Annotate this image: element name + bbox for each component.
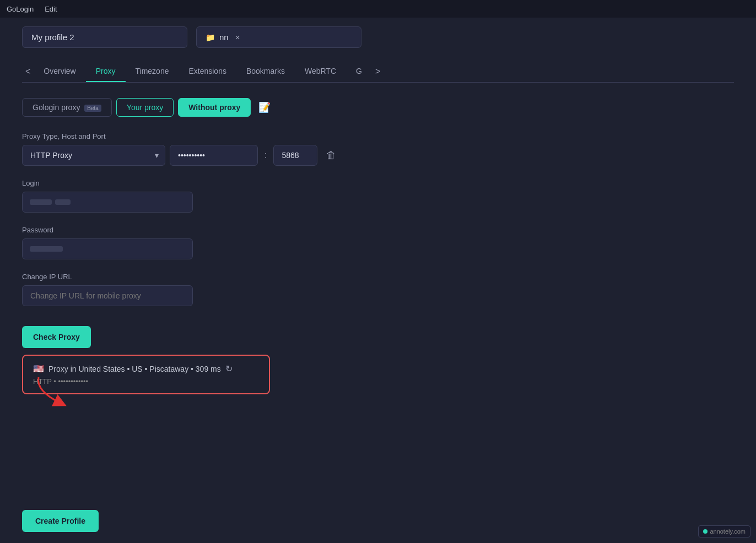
menu-bar: GoLogin Edit xyxy=(0,0,756,18)
beta-badge: Beta xyxy=(84,105,101,112)
change-ip-section: Change IP URL xyxy=(22,273,734,306)
proxy-toggle-group: Gologin proxy Beta Your proxy Without pr… xyxy=(22,98,734,117)
password-label: Password xyxy=(22,226,734,234)
tab-prev-button[interactable]: < xyxy=(22,62,34,81)
tab-extensions[interactable]: Extensions xyxy=(179,61,236,82)
change-ip-input[interactable] xyxy=(22,285,193,306)
watermark-text: annotely.com xyxy=(710,528,746,535)
menu-gologin[interactable]: GoLogin xyxy=(7,5,34,13)
login-input[interactable] xyxy=(22,192,193,213)
change-ip-label: Change IP URL xyxy=(22,273,734,281)
profile-name[interactable]: My profile 2 xyxy=(22,26,187,48)
create-profile-button[interactable]: Create Profile xyxy=(22,510,99,532)
tab-proxy[interactable]: Proxy xyxy=(86,61,126,82)
refresh-icon[interactable]: ↻ xyxy=(225,363,233,374)
port-separator: : xyxy=(262,150,269,160)
folder-icon: 📁 xyxy=(206,33,215,42)
tab-timezone[interactable]: Timezone xyxy=(126,61,179,82)
check-proxy-button[interactable]: Check Proxy xyxy=(22,326,91,348)
proxy-type-select[interactable]: HTTP Proxy SOCKS4 SOCKS5 SSH xyxy=(22,145,165,166)
delete-proxy-button[interactable]: 🗑 xyxy=(322,146,341,165)
folder-name: nn xyxy=(219,32,229,42)
tabs-container: < Overview Proxy Timezone Extensions Boo… xyxy=(22,61,734,83)
paste-icon-button[interactable]: 📝 xyxy=(255,98,274,117)
your-proxy-button[interactable]: Your proxy xyxy=(116,98,174,117)
login-section: Login xyxy=(22,179,734,213)
proxy-result-box: 🇺🇸 Proxy in United States • US • Piscata… xyxy=(22,355,270,394)
without-proxy-button[interactable]: Without proxy xyxy=(178,98,251,117)
proxy-port-input[interactable] xyxy=(273,145,317,166)
tab-next-button[interactable]: > xyxy=(372,62,384,81)
proxy-type-row: HTTP Proxy SOCKS4 SOCKS5 SSH : 🗑 xyxy=(22,145,734,166)
paste-icon: 📝 xyxy=(258,102,271,113)
proxy-type-section: Proxy Type, Host and Port HTTP Proxy SOC… xyxy=(22,132,734,166)
close-folder-button[interactable]: × xyxy=(235,32,240,42)
trash-icon: 🗑 xyxy=(326,150,336,161)
bottom-bar: Create Profile xyxy=(22,510,99,532)
password-input[interactable] xyxy=(22,238,193,259)
top-row: My profile 2 📁 nn × xyxy=(22,26,734,48)
watermark: annotely.com xyxy=(698,525,750,537)
menu-edit[interactable]: Edit xyxy=(45,5,57,13)
proxy-http-line: HTTP • •••••••••••• xyxy=(33,377,259,385)
gologin-proxy-label: Gologin proxy xyxy=(33,103,80,112)
gologin-proxy-button[interactable]: Gologin proxy Beta xyxy=(22,98,112,117)
country-flag: 🇺🇸 xyxy=(33,363,44,374)
proxy-host-input[interactable] xyxy=(170,145,258,166)
proxy-type-label: Proxy Type, Host and Port xyxy=(22,132,734,140)
proxy-result-line1: 🇺🇸 Proxy in United States • US • Piscata… xyxy=(33,363,259,374)
login-label: Login xyxy=(22,179,734,187)
proxy-info-text: Proxy in United States • US • Piscataway… xyxy=(48,365,221,373)
tab-g[interactable]: G xyxy=(346,61,372,82)
tab-overview[interactable]: Overview xyxy=(34,61,85,82)
watermark-dot xyxy=(703,529,708,534)
main-content: My profile 2 📁 nn × < Overview Proxy Tim… xyxy=(0,18,756,394)
proxy-type-select-wrapper[interactable]: HTTP Proxy SOCKS4 SOCKS5 SSH xyxy=(22,145,165,166)
tab-webrtc[interactable]: WebRTC xyxy=(295,61,346,82)
tab-bookmarks[interactable]: Bookmarks xyxy=(236,61,295,82)
folder-box: 📁 nn × xyxy=(196,26,361,48)
password-section: Password xyxy=(22,226,734,259)
